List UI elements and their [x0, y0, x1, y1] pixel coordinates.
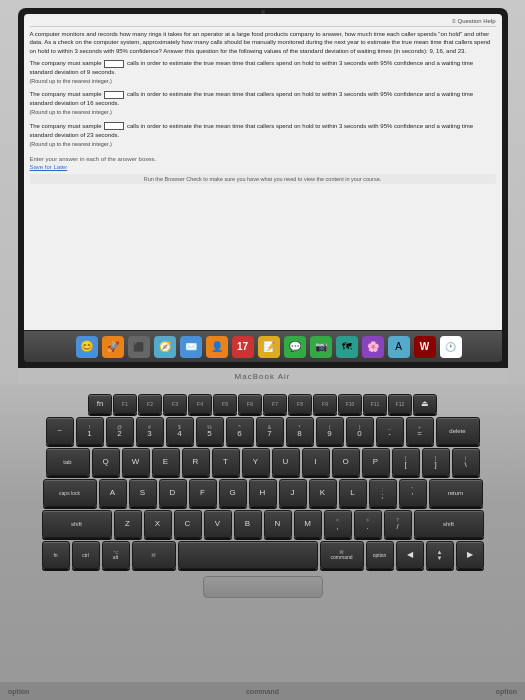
key-e[interactable]: E: [152, 448, 180, 476]
q2-input-box[interactable]: [104, 91, 124, 99]
key-f6[interactable]: F6: [238, 394, 262, 414]
q3-input-box[interactable]: [104, 122, 124, 130]
dock-icon-clock[interactable]: 🕐: [440, 336, 462, 358]
key-f8[interactable]: F8: [288, 394, 312, 414]
dock-icon-contacts[interactable]: 👤: [206, 336, 228, 358]
keyboard-area: fn F1 F2 F3 F4 F5 F6 F7 F8 F9 F10 F11 F1…: [0, 384, 525, 682]
key-shift-left[interactable]: shift: [42, 510, 112, 538]
intro-text: A computer monitors and records how many…: [30, 30, 496, 55]
q1-input-box[interactable]: [104, 60, 124, 68]
key-x[interactable]: X: [144, 510, 172, 538]
dock-icon-photos[interactable]: 🌸: [362, 336, 384, 358]
key-k[interactable]: K: [309, 479, 337, 507]
key-c[interactable]: C: [174, 510, 202, 538]
key-v[interactable]: V: [204, 510, 232, 538]
key-n[interactable]: N: [264, 510, 292, 538]
dock-icon-calendar[interactable]: 17: [232, 336, 254, 358]
key-slash[interactable]: ?/: [384, 510, 412, 538]
key-3[interactable]: #3: [136, 417, 164, 445]
key-0[interactable]: )0: [346, 417, 374, 445]
key-f1[interactable]: F1: [113, 394, 137, 414]
key-f9[interactable]: F9: [313, 394, 337, 414]
key-u[interactable]: U: [272, 448, 300, 476]
key-g[interactable]: G: [219, 479, 247, 507]
key-alt-left[interactable]: ⌥ alt: [102, 541, 130, 569]
key-a[interactable]: A: [99, 479, 127, 507]
key-bracket-open[interactable]: {[: [392, 448, 420, 476]
key-power[interactable]: ⏏: [413, 394, 437, 414]
key-backtick[interactable]: ~: [46, 417, 74, 445]
key-t[interactable]: T: [212, 448, 240, 476]
key-f5[interactable]: F5: [213, 394, 237, 414]
key-f10[interactable]: F10: [338, 394, 362, 414]
dock-icon-word[interactable]: W: [414, 336, 436, 358]
dock-icon-notes[interactable]: 📝: [258, 336, 280, 358]
key-cmd-right[interactable]: ⌘ command: [320, 541, 364, 569]
key-2[interactable]: @2: [106, 417, 134, 445]
dock-icon-mail[interactable]: ✉️: [180, 336, 202, 358]
dock-icon-safari[interactable]: 🧭: [154, 336, 176, 358]
key-comma[interactable]: <,: [324, 510, 352, 538]
key-arrow-left[interactable]: ◀: [396, 541, 424, 569]
key-y[interactable]: Y: [242, 448, 270, 476]
key-r[interactable]: R: [182, 448, 210, 476]
key-bracket-close[interactable]: }]: [422, 448, 450, 476]
key-delete[interactable]: delete: [436, 417, 480, 445]
key-cmd-left[interactable]: ⌘: [132, 541, 176, 569]
key-l[interactable]: L: [339, 479, 367, 507]
dock-icon-appstore[interactable]: A: [388, 336, 410, 358]
key-w[interactable]: W: [122, 448, 150, 476]
key-j[interactable]: J: [279, 479, 307, 507]
key-backslash[interactable]: |\: [452, 448, 480, 476]
key-f11[interactable]: F11: [363, 394, 387, 414]
dock-icon-maps[interactable]: 🗺: [336, 336, 358, 358]
key-s[interactable]: S: [129, 479, 157, 507]
key-period[interactable]: >.: [354, 510, 382, 538]
key-fn-bottom[interactable]: fn: [42, 541, 70, 569]
key-semicolon[interactable]: :;: [369, 479, 397, 507]
dock-icon-mission[interactable]: ⬛: [128, 336, 150, 358]
key-tab[interactable]: tab: [46, 448, 90, 476]
key-caps[interactable]: caps lock: [43, 479, 97, 507]
key-8[interactable]: *8: [286, 417, 314, 445]
key-ctrl[interactable]: ctrl: [72, 541, 100, 569]
key-b[interactable]: B: [234, 510, 262, 538]
key-arrow-right[interactable]: ▶: [456, 541, 484, 569]
key-m[interactable]: M: [294, 510, 322, 538]
key-h[interactable]: H: [249, 479, 277, 507]
key-quote[interactable]: "': [399, 479, 427, 507]
key-arrows-ud[interactable]: ▲ ▼: [426, 541, 454, 569]
key-f7[interactable]: F7: [263, 394, 287, 414]
trackpad[interactable]: [203, 576, 323, 598]
key-i[interactable]: I: [302, 448, 330, 476]
key-equals[interactable]: +=: [406, 417, 434, 445]
key-4[interactable]: $4: [166, 417, 194, 445]
key-p[interactable]: P: [362, 448, 390, 476]
key-o[interactable]: O: [332, 448, 360, 476]
key-f4[interactable]: F4: [188, 394, 212, 414]
dock-icon-launchpad[interactable]: 🚀: [102, 336, 124, 358]
key-return[interactable]: return: [429, 479, 483, 507]
q3-note: (Round up to the nearest integer.): [30, 140, 496, 148]
dock-icon-facetime[interactable]: 📷: [310, 336, 332, 358]
key-minus[interactable]: _-: [376, 417, 404, 445]
key-7[interactable]: &7: [256, 417, 284, 445]
key-shift-right[interactable]: shift: [414, 510, 484, 538]
key-6[interactable]: ^6: [226, 417, 254, 445]
dock-icon-messages[interactable]: 💬: [284, 336, 306, 358]
key-z[interactable]: Z: [114, 510, 142, 538]
key-1[interactable]: !1: [76, 417, 104, 445]
key-f12[interactable]: F12: [388, 394, 412, 414]
key-d[interactable]: D: [159, 479, 187, 507]
key-fn[interactable]: fn: [88, 394, 112, 414]
dock-icon-finder[interactable]: 😊: [76, 336, 98, 358]
save-later-button[interactable]: Save for Later: [30, 164, 496, 170]
key-f[interactable]: F: [189, 479, 217, 507]
key-5[interactable]: %5: [196, 417, 224, 445]
key-f3[interactable]: F3: [163, 394, 187, 414]
key-alt-right[interactable]: option: [366, 541, 394, 569]
key-space[interactable]: [178, 541, 318, 569]
key-q[interactable]: Q: [92, 448, 120, 476]
key-f2[interactable]: F2: [138, 394, 162, 414]
key-9[interactable]: (9: [316, 417, 344, 445]
